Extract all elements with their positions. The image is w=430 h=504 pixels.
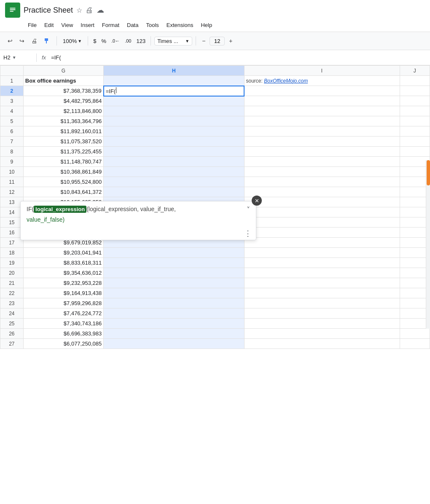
cell-j-value[interactable] xyxy=(400,298,430,308)
cell-h-value[interactable] xyxy=(104,157,244,167)
font-size-box[interactable]: 12 xyxy=(210,37,225,46)
cell-h-value[interactable] xyxy=(104,298,244,308)
menu-format[interactable]: Format xyxy=(99,20,123,30)
cell-h-value[interactable] xyxy=(104,106,244,116)
cell-h-value[interactable] xyxy=(104,308,244,319)
cell-j-value[interactable] xyxy=(400,76,430,86)
cell-j-value[interactable] xyxy=(400,167,430,177)
cell-j-value[interactable] xyxy=(400,157,430,167)
zoom-selector[interactable]: 100% ▼ xyxy=(60,37,84,45)
cell-j-value[interactable] xyxy=(400,268,430,278)
cell-h-value[interactable] xyxy=(104,319,244,329)
autocomplete-chevron[interactable]: ˅ xyxy=(247,206,250,214)
drive-icon[interactable]: 🖨 xyxy=(86,6,93,15)
cell-j-value[interactable] xyxy=(400,217,430,228)
autocomplete-more-button[interactable]: ⋮ xyxy=(244,229,252,238)
cell-h-value[interactable] xyxy=(104,126,244,137)
cell-earnings-value[interactable]: $11,892,160,011 xyxy=(23,126,103,137)
cell-j-value[interactable] xyxy=(400,96,430,106)
cell-h-value[interactable] xyxy=(104,177,244,187)
cell-h-value[interactable] xyxy=(104,137,244,147)
cell-earnings-value[interactable]: $7,340,743,186 xyxy=(23,319,103,329)
cell-h-value[interactable] xyxy=(104,268,244,278)
redo-button[interactable]: ↪ xyxy=(17,36,27,46)
currency-button[interactable]: $ xyxy=(91,37,98,45)
cell-j-value[interactable] xyxy=(400,126,430,137)
cell-earnings-value[interactable]: $11,075,387,520 xyxy=(23,137,103,147)
font-selector[interactable]: Times ... ▼ xyxy=(154,37,192,46)
font-size-plus[interactable]: + xyxy=(226,36,235,46)
cell-h-value[interactable] xyxy=(104,76,244,86)
menu-extensions[interactable]: Extensions xyxy=(163,20,197,30)
header-earnings[interactable]: Box office earnings xyxy=(23,76,103,86)
cell-h-value[interactable] xyxy=(104,288,244,298)
decimal-more-button[interactable]: .00 xyxy=(123,38,133,44)
col-header-j[interactable]: J xyxy=(400,66,430,76)
cell-earnings-value[interactable]: $7,476,224,772 xyxy=(23,308,103,319)
cell-j-value[interactable] xyxy=(400,248,430,258)
cell-j-value[interactable] xyxy=(400,137,430,147)
cell-h-value[interactable] xyxy=(104,167,244,177)
cell-j-value[interactable] xyxy=(400,147,430,157)
cloud-icon[interactable]: ☁ xyxy=(97,5,104,15)
cell-earnings-value[interactable]: $9,164,913,438 xyxy=(23,288,103,298)
print-button[interactable]: 🖨 xyxy=(29,36,40,46)
scrollbar-thumb[interactable] xyxy=(427,160,430,185)
cell-earnings-value[interactable]: $10,955,524,800 xyxy=(23,177,103,187)
source-link[interactable]: BoxOfficeMojo.com xyxy=(264,78,308,84)
percent-button[interactable]: % xyxy=(99,37,108,45)
decimal-less-button[interactable]: .0← xyxy=(110,38,121,44)
cell-j-value[interactable] xyxy=(400,207,430,217)
cell-earnings-value[interactable]: $6,696,383,983 xyxy=(23,329,103,339)
cell-earnings-value[interactable]: $9,203,041,941 xyxy=(23,248,103,258)
cell-h-value[interactable] xyxy=(104,329,244,339)
cell-earnings-value[interactable]: $11,363,364,796 xyxy=(23,116,103,126)
cell-j-value[interactable] xyxy=(400,278,430,288)
active-formula-cell[interactable]: =IF( xyxy=(104,86,244,96)
cell-j-value[interactable] xyxy=(400,308,430,319)
menu-data[interactable]: Data xyxy=(124,20,142,30)
col-header-i[interactable]: I xyxy=(244,66,400,76)
cell-h-value[interactable] xyxy=(104,278,244,288)
cell-j-value[interactable] xyxy=(400,187,430,197)
cell-ref-chevron[interactable]: ▼ xyxy=(12,55,16,60)
cell-h-value[interactable] xyxy=(104,258,244,268)
menu-view[interactable]: View xyxy=(58,20,76,30)
cell-j-value[interactable] xyxy=(400,228,430,238)
cell-h-value[interactable] xyxy=(104,248,244,258)
undo-button[interactable]: ↩ xyxy=(5,36,15,46)
cell-j-value[interactable] xyxy=(400,238,430,248)
cell-earnings-value[interactable]: $4,482,795,864 xyxy=(23,96,103,106)
cell-earnings-value[interactable]: $8,833,618,311 xyxy=(23,258,103,268)
cell-earnings-value[interactable]: $11,148,780,747 xyxy=(23,157,103,167)
cell-earnings-value[interactable]: $9,232,953,228 xyxy=(23,278,103,288)
cell-j-value[interactable] xyxy=(400,319,430,329)
font-size-minus[interactable]: − xyxy=(199,36,208,46)
menu-insert[interactable]: Insert xyxy=(77,20,98,30)
cell-earnings-value[interactable]: $10,843,641,372 xyxy=(23,187,103,197)
number-format-button[interactable]: 123 xyxy=(134,37,147,45)
col-header-g[interactable]: G xyxy=(23,66,103,76)
menu-edit[interactable]: Edit xyxy=(41,20,57,30)
cell-j-value[interactable] xyxy=(400,339,430,349)
cell-earnings-value[interactable]: $7,959,296,828 xyxy=(23,298,103,308)
paint-format-button[interactable] xyxy=(41,36,53,46)
cell-h-value[interactable] xyxy=(104,339,244,349)
cell-earnings-value[interactable]: $10,368,861,849 xyxy=(23,167,103,177)
col-header-h[interactable]: H xyxy=(104,66,244,76)
menu-help[interactable]: Help xyxy=(197,20,215,30)
cell-earnings-value[interactable]: $7,368,738,359 xyxy=(23,86,103,96)
cell-j-value[interactable] xyxy=(400,86,430,96)
cell-earnings-value[interactable]: $2,113,846,800 xyxy=(23,106,103,116)
cell-j-value[interactable] xyxy=(400,288,430,298)
cell-j-value[interactable] xyxy=(400,329,430,339)
menu-file[interactable]: File xyxy=(24,20,40,30)
cell-j-value[interactable] xyxy=(400,116,430,126)
cell-j-value[interactable] xyxy=(400,177,430,187)
autocomplete-close-button[interactable]: ✕ xyxy=(252,196,262,206)
cell-earnings-value[interactable]: $9,354,636,012 xyxy=(23,268,103,278)
menu-tools[interactable]: Tools xyxy=(142,20,162,30)
star-icon[interactable]: ☆ xyxy=(76,6,82,14)
cell-earnings-value[interactable]: $11,375,225,455 xyxy=(23,147,103,157)
cell-j-value[interactable] xyxy=(400,106,430,116)
